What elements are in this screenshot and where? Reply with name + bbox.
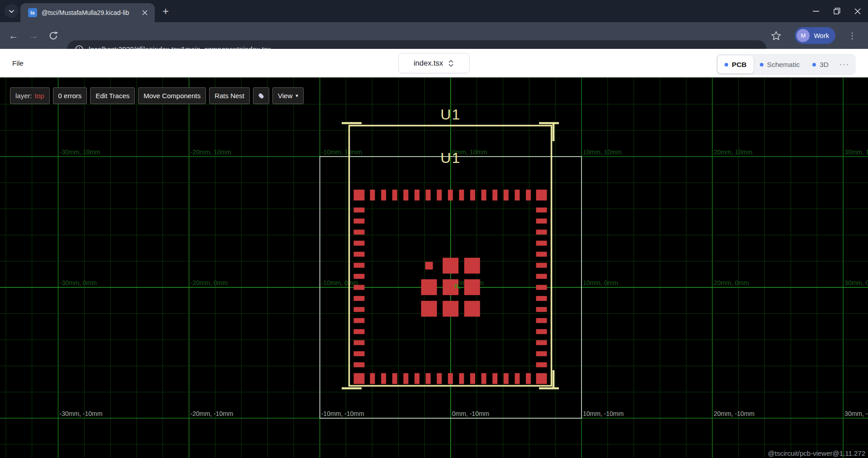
svg-text:-30mm, 0mm: -30mm, 0mm: [60, 279, 97, 286]
tab-3d[interactable]: 3D: [806, 56, 835, 73]
minimize-button[interactable]: [806, 0, 826, 22]
svg-text:-30mm, 10mm: -30mm, 10mm: [60, 148, 100, 156]
browser-url-row: ← → localhost:3020/#file=index.tsx&main_…: [0, 22, 868, 49]
back-button[interactable]: ←: [6, 28, 21, 43]
svg-text:-10mm, 10mm: -10mm, 10mm: [321, 148, 362, 156]
app-header: File index.tsx PCB Schematic 3D ···: [0, 49, 868, 77]
window-controls: [806, 0, 868, 22]
browser-tab[interactable]: ts @tsci/MustafaMulla29.kicad-lib: [20, 3, 155, 22]
close-button[interactable]: [847, 0, 868, 22]
svg-text:20mm, -10mm: 20mm, -10mm: [714, 410, 754, 417]
pcb-dot-icon: [725, 63, 728, 67]
svg-text:U1: U1: [440, 150, 461, 166]
edit-pencil-button[interactable]: [253, 87, 269, 104]
layer-value: top: [35, 92, 44, 100]
edit-traces-button[interactable]: Edit Traces: [90, 87, 135, 104]
reload-icon: [48, 30, 59, 41]
view-switcher: PCB Schematic 3D ···: [716, 54, 856, 75]
layer-button[interactable]: layer: top: [10, 87, 50, 104]
file-select-value: index.tsx: [414, 59, 443, 67]
svg-text:U1: U1: [440, 106, 461, 123]
tab-schematic[interactable]: Schematic: [754, 56, 806, 73]
version-label: @tscircuit/pcb-viewer@1.11.272: [768, 449, 865, 457]
svg-text:10mm, -10mm: 10mm, -10mm: [583, 410, 624, 417]
tab-pcb[interactable]: PCB: [718, 56, 754, 73]
browser-menu-icon[interactable]: ⋮: [844, 28, 860, 43]
svg-text:n,: n,: [454, 281, 461, 290]
file-menu[interactable]: File: [12, 59, 24, 67]
svg-text:-20mm, 10mm: -20mm, 10mm: [191, 148, 231, 156]
svg-text:10mm, 10mm: 10mm, 10mm: [583, 148, 622, 156]
reload-button[interactable]: [46, 28, 61, 43]
svg-text:-10mm, -10mm: -10mm, -10mm: [321, 410, 364, 417]
restore-button[interactable]: [826, 0, 847, 22]
browser-tab-bar: ts @tsci/MustafaMulla29.kicad-lib +: [0, 0, 868, 22]
more-views-icon[interactable]: ···: [835, 61, 854, 69]
profile-name: Work: [814, 32, 829, 39]
forward-button[interactable]: →: [26, 28, 41, 43]
tab-title: @tsci/MustafaMulla29.kicad-lib: [42, 9, 140, 16]
avatar: M: [796, 29, 810, 42]
chevrons-up-down-icon: [448, 59, 454, 67]
svg-text:-20mm, -10mm: -20mm, -10mm: [191, 410, 234, 417]
close-icon: [854, 8, 861, 14]
minimize-icon: [813, 11, 819, 12]
svg-text:30mm, 10mm: 30mm, 10mm: [844, 148, 868, 156]
bookmark-star-icon[interactable]: [768, 28, 784, 43]
chevron-down-icon: [5, 4, 19, 18]
move-components-button[interactable]: Move Components: [138, 87, 206, 104]
tab-close-icon[interactable]: [140, 8, 149, 17]
svg-text:10mm, 0mm: 10mm, 0mm: [583, 279, 618, 286]
3d-dot-icon: [812, 63, 816, 67]
restore-icon: [834, 8, 840, 14]
file-select[interactable]: index.tsx: [398, 53, 470, 73]
pencil-icon: [258, 92, 264, 99]
svg-text:-10mm, 0mm: -10mm, 0mm: [321, 279, 358, 286]
svg-text:-30mm, -10mm: -30mm, -10mm: [60, 410, 103, 417]
pcb-toolbar: layer: top 0 errors Edit Traces Move Com…: [10, 87, 304, 104]
tab-search-button[interactable]: [5, 4, 19, 18]
typescript-favicon: ts: [28, 8, 37, 17]
svg-text:30mm, -10mm: 30mm, -10mm: [844, 410, 868, 417]
pcb-svg: -30mm, 10mm-20mm, 10mm-10mm, 10mm0mm, 10…: [0, 77, 868, 458]
layer-label: layer:: [15, 92, 32, 100]
caret-down-icon: ▾: [296, 93, 298, 99]
rats-nest-button[interactable]: Rats Nest: [209, 87, 250, 104]
schematic-dot-icon: [760, 63, 763, 67]
svg-text:30mm, 0mm: 30mm, 0mm: [844, 279, 868, 286]
new-tab-button[interactable]: +: [159, 5, 172, 18]
pcb-canvas[interactable]: -30mm, 10mm-20mm, 10mm-10mm, 10mm0mm, 10…: [0, 77, 868, 458]
svg-text:-20mm, 0mm: -20mm, 0mm: [191, 279, 228, 286]
browser-profile-chip[interactable]: M Work: [795, 27, 835, 44]
errors-button[interactable]: 0 errors: [53, 87, 87, 104]
view-menu-button[interactable]: View ▾: [272, 87, 304, 104]
svg-text:20mm, 0mm: 20mm, 0mm: [714, 279, 749, 286]
svg-text:20mm, 10mm: 20mm, 10mm: [714, 148, 753, 156]
svg-text:0mm, -10mm: 0mm, -10mm: [452, 410, 489, 417]
